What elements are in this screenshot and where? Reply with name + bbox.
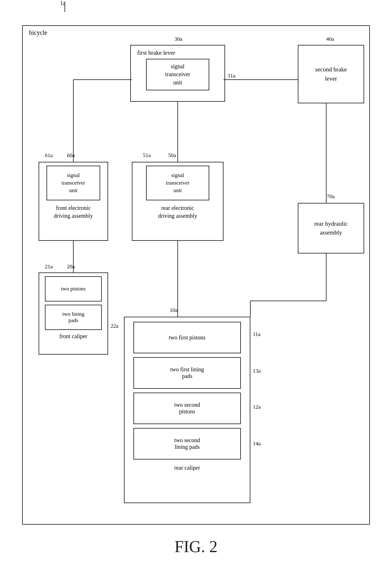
ref-61a: 61a — [45, 152, 53, 159]
ref-20a: 20a — [67, 264, 75, 270]
rear-eda-box: signaltransceiverunit rear electronicdri… — [132, 162, 224, 241]
two-second-pads-box: two secondlining pads — [133, 428, 241, 460]
signal-unit-31a-label: signaltransceiverunit — [165, 63, 190, 87]
signal-unit-51a-label: signaltransceiverunit — [166, 172, 190, 194]
signal-unit-51a-box: signaltransceiverunit — [146, 166, 209, 200]
front-caliper-box: two pistons two liningpads front caliper — [39, 272, 108, 355]
ref-22a: 22a — [111, 323, 119, 329]
second-brake-lever-label: second brakelever — [315, 65, 347, 83]
ref-51a: 51a — [143, 152, 151, 159]
two-second-pistons-box: two secondpistons — [133, 393, 241, 424]
ref-21a: 21a — [45, 264, 53, 270]
fig-label: FIG. 2 — [175, 537, 217, 556]
two-first-pads-label: two first liningpads — [170, 366, 204, 380]
rear-hydraulic-box: rear hydraulicassembly — [298, 203, 364, 253]
ref-13a: 13a — [253, 368, 261, 374]
first-brake-lever-box: first brake lever signaltransceiverunit — [130, 45, 225, 102]
ref-11a: 11a — [253, 331, 260, 338]
two-first-pistons-box: two first pistons — [133, 322, 241, 353]
rear-caliper-label: rear caliper — [174, 465, 200, 471]
first-brake-lever-label: first brake lever — [137, 49, 175, 56]
ref-10a: 10a — [170, 307, 178, 314]
rear-hydraulic-label: rear hydraulicassembly — [314, 219, 348, 237]
bicycle-label: bicycle — [29, 29, 47, 36]
two-second-pads-label: two secondlining pads — [174, 437, 200, 450]
two-second-pistons-label: two secondpistons — [174, 402, 200, 415]
front-eda-box: signaltransceiverunit front electronicdr… — [39, 162, 108, 241]
ref-50a: 50a — [168, 152, 176, 159]
ref-70a: 70a — [327, 193, 335, 200]
two-first-pistons-label: two first pistons — [169, 334, 205, 341]
signal-unit-61a-label: signaltransceiverunit — [62, 172, 85, 194]
second-brake-lever-box: second brakelever — [298, 45, 364, 103]
two-pads-front-label: two liningpads — [62, 311, 84, 324]
two-pistons-front-label: two pistons — [61, 286, 86, 292]
two-pads-front-box: two liningpads — [45, 305, 102, 330]
two-first-pads-box: two first liningpads — [133, 357, 241, 389]
ref-31a: 31a — [228, 73, 236, 79]
ref-14a: 14a — [253, 441, 261, 447]
ref-12a: 12a — [253, 404, 261, 410]
ref-30a: 30a — [175, 36, 182, 42]
signal-unit-61a-box: signaltransceiverunit — [46, 166, 100, 200]
signal-unit-31a-box: signaltransceiverunit — [146, 59, 209, 90]
rear-caliper-box: two first pistons two first liningpads t… — [124, 317, 250, 503]
diagram-container: bicycle first brake — [22, 25, 370, 525]
ref-40a: 40a — [326, 36, 334, 42]
front-caliper-label: front caliper — [59, 333, 87, 340]
rear-eda-label: rear electronicdriving assembly — [158, 204, 197, 220]
front-eda-label: front electronicdriving assembly — [54, 204, 93, 220]
two-pistons-front-box: two pistons — [45, 276, 102, 302]
ref-60a: 60a — [67, 152, 75, 159]
